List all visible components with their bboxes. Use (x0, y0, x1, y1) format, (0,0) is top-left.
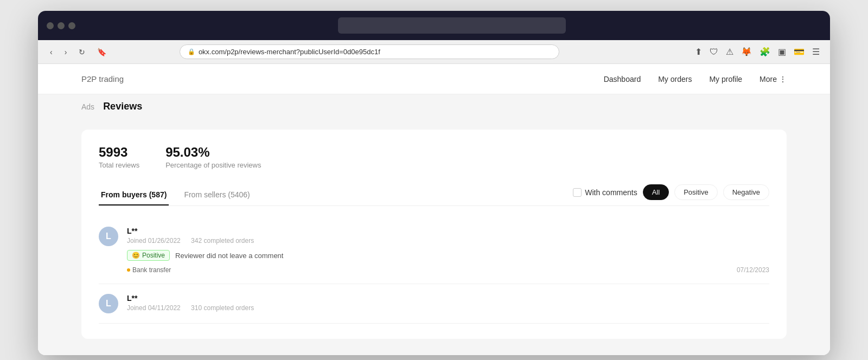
puzzle-icon[interactable]: 🧩 (758, 45, 772, 59)
review-item-2: L L** Joined 04/11/2022 310 completed or… (99, 284, 769, 324)
share-icon[interactable]: ⬆ (693, 45, 704, 59)
warning-icon: ⚠ (724, 45, 735, 59)
payment-tag: Bank transfer (127, 266, 171, 274)
site-nav: P2P trading Dashboard My orders My profi… (38, 64, 830, 94)
tab-from-buyers[interactable]: From buyers (587) (99, 185, 169, 205)
stats-row: 5993 Total reviews 95.03% Percentage of … (99, 145, 769, 169)
url-text: okx.com/p2p/reviews-merchant?publicUserI… (199, 48, 380, 56)
filter-btn-all[interactable]: All (643, 184, 669, 200)
reviewer-joined: Joined 01/26/2022 (127, 237, 181, 245)
main-area: 5993 Total reviews 95.03% Percentage of … (38, 119, 830, 355)
nav-more-dots: ⋮ (779, 75, 787, 83)
back-button[interactable]: ‹ (47, 46, 56, 58)
payment-dot (127, 268, 130, 272)
sub-nav: Ads Reviews (38, 94, 830, 119)
browser-actions: ⬆ 🛡 ⚠ 🦊 🧩 ▣ 💳 ☰ (693, 45, 821, 59)
filter-btn-positive[interactable]: Positive (674, 184, 718, 200)
filter-btn-negative[interactable]: Negative (723, 184, 769, 200)
reviewer-meta: Joined 01/26/2022 342 completed orders (127, 237, 769, 245)
avatar-2: L (99, 294, 118, 313)
review-body: L** Joined 01/26/2022 342 completed orde… (127, 227, 769, 274)
reload-button[interactable]: ↻ (75, 46, 88, 58)
sentiment-label: Positive (142, 252, 165, 259)
nav-more[interactable]: More ⋮ (760, 75, 787, 83)
traffic-light-minimize[interactable] (58, 22, 65, 29)
traffic-light-close[interactable] (47, 22, 54, 29)
positive-badge: 😊 Positive (127, 250, 170, 261)
site-logo: P2P trading (81, 74, 124, 83)
address-bar-pill (338, 17, 566, 34)
reviewer-name-2: L** (127, 294, 769, 303)
payment-method: Bank transfer (132, 266, 171, 274)
tab-from-sellers[interactable]: From sellers (5406) (182, 185, 252, 205)
filter-group: With comments All Positive Negative (573, 184, 769, 205)
sub-nav-ads[interactable]: Ads (81, 102, 94, 111)
review-body-2: L** Joined 04/11/2022 310 completed orde… (127, 294, 769, 313)
positive-pct-stat: 95.03% Percentage of positive reviews (165, 145, 261, 169)
total-reviews-value: 5993 (99, 145, 139, 160)
positive-pct-value: 95.03% (165, 145, 261, 160)
avatar: L (99, 227, 118, 246)
page-content: P2P trading Dashboard My orders My profi… (38, 64, 830, 355)
sidebar-icon[interactable]: ▣ (776, 45, 788, 59)
nav-link-my-orders[interactable]: My orders (658, 75, 692, 83)
reviewer-orders-2: 310 completed orders (191, 304, 254, 312)
reviewer-joined-2: Joined 04/11/2022 (127, 304, 181, 312)
with-comments-checkbox[interactable]: With comments (573, 188, 637, 197)
nav-more-label: More (760, 75, 777, 83)
with-comments-label: With comments (585, 188, 637, 197)
traffic-lights (47, 22, 75, 29)
forward-button[interactable]: › (61, 46, 71, 58)
wallet-icon[interactable]: 💳 (792, 45, 806, 59)
total-reviews-stat: 5993 Total reviews (99, 145, 139, 169)
sub-nav-reviews[interactable]: Reviews (103, 101, 142, 112)
shield-icon[interactable]: 🛡 (708, 46, 720, 59)
reviews-card: 5993 Total reviews 95.03% Percentage of … (81, 130, 787, 339)
address-bar-container (82, 17, 821, 34)
site-nav-links: Dashboard My orders My profile More ⋮ (604, 75, 787, 83)
menu-icon[interactable]: ☰ (810, 45, 821, 59)
nav-link-my-profile[interactable]: My profile (709, 75, 742, 83)
review-item: L L** Joined 01/26/2022 342 completed or… (99, 217, 769, 284)
browser-window: ‹ › ↻ 🔖 🔒 okx.com/p2p/reviews-merchant?p… (38, 11, 830, 355)
review-footer: Bank transfer 07/12/2023 (127, 266, 769, 274)
total-reviews-label: Total reviews (99, 161, 139, 169)
positive-pct-label: Percentage of positive reviews (165, 161, 261, 169)
review-comment: Reviewer did not leave a comment (175, 252, 283, 260)
nav-link-dashboard[interactable]: Dashboard (604, 75, 641, 83)
traffic-light-maximize[interactable] (68, 22, 75, 29)
sentiment-emoji: 😊 (132, 252, 140, 259)
review-sentiment: 😊 Positive Reviewer did not leave a comm… (127, 250, 769, 261)
reviewer-name: L** (127, 227, 769, 235)
review-tabs: From buyers (587) From sellers (5406) (99, 185, 265, 205)
lock-icon: 🔒 (188, 48, 195, 55)
bookmark-button[interactable]: 🔖 (94, 46, 110, 58)
fox-icon[interactable]: 🦊 (739, 45, 754, 59)
reviewer-orders: 342 completed orders (191, 237, 254, 245)
checkbox-box[interactable] (573, 188, 582, 197)
reviewer-meta-2: Joined 04/11/2022 310 completed orders (127, 304, 769, 312)
review-date: 07/12/2023 (737, 266, 769, 274)
browser-navbar: ‹ › ↻ 🔖 🔒 okx.com/p2p/reviews-merchant?p… (38, 40, 830, 64)
url-bar[interactable]: 🔒 okx.com/p2p/reviews-merchant?publicUse… (180, 44, 559, 59)
browser-titlebar (38, 11, 830, 40)
tabs-filter-row: From buyers (587) From sellers (5406) Wi… (99, 184, 769, 206)
